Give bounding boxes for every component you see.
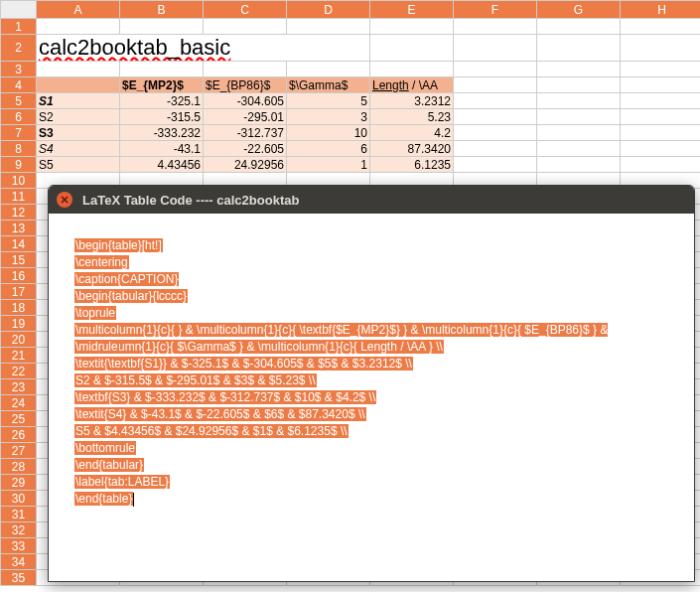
cell[interactable] <box>621 93 701 109</box>
data-value[interactable]: 4.43456 <box>120 157 204 173</box>
cell[interactable] <box>370 19 454 35</box>
cell[interactable] <box>537 141 621 157</box>
data-header[interactable]: $\Gamma$ <box>287 77 370 93</box>
row-header[interactable]: 2 <box>1 35 37 62</box>
col-header[interactable]: B <box>120 1 204 19</box>
cell[interactable] <box>204 62 287 77</box>
data-header[interactable]: $E_{MP2}$ <box>120 77 204 93</box>
cell[interactable] <box>370 35 454 62</box>
col-header[interactable]: F <box>454 1 537 19</box>
cell[interactable] <box>621 109 701 125</box>
cell[interactable] <box>454 62 537 77</box>
dialog-titlebar[interactable]: LaTeX Table Code ---- calc2booktab <box>49 186 694 214</box>
data-value[interactable]: 6.1235 <box>370 157 454 173</box>
row-header[interactable]: 26 <box>1 427 37 443</box>
row-header[interactable]: 9 <box>1 157 37 173</box>
row-header[interactable]: 28 <box>1 459 37 475</box>
cell[interactable] <box>204 19 287 35</box>
cell[interactable] <box>621 125 701 141</box>
data-value[interactable]: 6 <box>287 141 370 157</box>
row-header[interactable]: 30 <box>1 491 37 507</box>
cell[interactable] <box>621 157 701 173</box>
cell[interactable] <box>120 19 204 35</box>
data-value[interactable]: 5.23 <box>370 109 454 125</box>
data-value[interactable]: 4.2 <box>370 125 454 141</box>
cell[interactable] <box>537 157 621 173</box>
row-header[interactable]: 27 <box>1 443 37 459</box>
dialog-body[interactable]: \begin{table}[ht!]\centering\caption{CAP… <box>49 214 694 531</box>
data-value[interactable]: 10 <box>287 125 370 141</box>
col-header[interactable]: E <box>370 1 454 19</box>
row-header[interactable]: 19 <box>1 316 37 332</box>
row-header[interactable]: 33 <box>1 538 37 554</box>
cell[interactable] <box>120 62 204 77</box>
data-value[interactable]: -312.737 <box>204 125 287 141</box>
data-value[interactable]: -295.01 <box>204 109 287 125</box>
cell[interactable] <box>537 19 621 35</box>
cell[interactable] <box>454 109 537 125</box>
data-value[interactable]: 5 <box>287 93 370 109</box>
cell[interactable] <box>454 35 537 62</box>
row-header[interactable]: 35 <box>1 570 37 586</box>
cell[interactable] <box>621 62 701 77</box>
row-header[interactable]: 12 <box>1 205 37 221</box>
row-header[interactable]: 17 <box>1 284 37 300</box>
row-header[interactable]: 29 <box>1 475 37 491</box>
cell[interactable] <box>287 62 370 77</box>
cell[interactable] <box>287 19 370 35</box>
row-header[interactable]: 1 <box>1 19 37 35</box>
data-value[interactable]: -333.232 <box>120 125 204 141</box>
row-header[interactable]: 6 <box>1 109 37 125</box>
data-value[interactable]: -43.1 <box>120 141 204 157</box>
row-header[interactable]: 10 <box>1 173 37 189</box>
cell[interactable] <box>454 93 537 109</box>
sheet-title[interactable]: calc2booktab_basic <box>37 35 370 62</box>
cell[interactable] <box>621 141 701 157</box>
cell[interactable] <box>537 93 621 109</box>
row-header[interactable]: 15 <box>1 252 37 268</box>
cell[interactable] <box>621 77 701 93</box>
data-label[interactable]: S5 <box>37 157 120 173</box>
data-value[interactable]: -22.605 <box>204 141 287 157</box>
data-value[interactable]: -315.5 <box>120 109 204 125</box>
row-header[interactable]: 24 <box>1 395 37 411</box>
cell[interactable] <box>37 62 120 77</box>
col-header[interactable]: H <box>621 1 701 19</box>
cell[interactable] <box>370 62 454 77</box>
cell[interactable] <box>537 125 621 141</box>
data-header[interactable]: $E_{BP86}$ <box>204 77 287 93</box>
data-value[interactable]: -325.1 <box>120 93 204 109</box>
row-header[interactable]: 11 <box>1 189 37 205</box>
col-header[interactable]: A <box>37 1 120 19</box>
data-label[interactable]: S4 <box>37 141 120 157</box>
col-header[interactable]: C <box>204 1 287 19</box>
row-header[interactable]: 20 <box>1 332 37 348</box>
cell[interactable] <box>537 62 621 77</box>
cell[interactable] <box>537 77 621 93</box>
row-header[interactable]: 31 <box>1 507 37 522</box>
row-header[interactable]: 3 <box>1 62 37 77</box>
corner-cell[interactable] <box>1 1 37 19</box>
row-header[interactable]: 22 <box>1 364 37 379</box>
data-value[interactable]: 3 <box>287 109 370 125</box>
cell[interactable] <box>454 141 537 157</box>
row-header[interactable]: 21 <box>1 348 37 364</box>
cell[interactable] <box>37 19 120 35</box>
row-header[interactable]: 18 <box>1 300 37 316</box>
data-value[interactable]: 87.3420 <box>370 141 454 157</box>
row-header[interactable]: 16 <box>1 268 37 284</box>
col-header[interactable]: D <box>287 1 370 19</box>
cell[interactable] <box>621 19 701 35</box>
cell[interactable] <box>621 35 701 62</box>
cell[interactable] <box>454 157 537 173</box>
data-label[interactable]: S3 <box>37 125 120 141</box>
cell[interactable] <box>537 35 621 62</box>
data-label[interactable]: S1 <box>37 93 120 109</box>
row-header[interactable]: 8 <box>1 141 37 157</box>
row-header[interactable]: 32 <box>1 522 37 538</box>
data-value[interactable]: 3.2312 <box>370 93 454 109</box>
row-header[interactable]: 7 <box>1 125 37 141</box>
row-header[interactable]: 23 <box>1 379 37 395</box>
cell[interactable] <box>537 109 621 125</box>
row-header[interactable]: 4 <box>1 77 37 93</box>
